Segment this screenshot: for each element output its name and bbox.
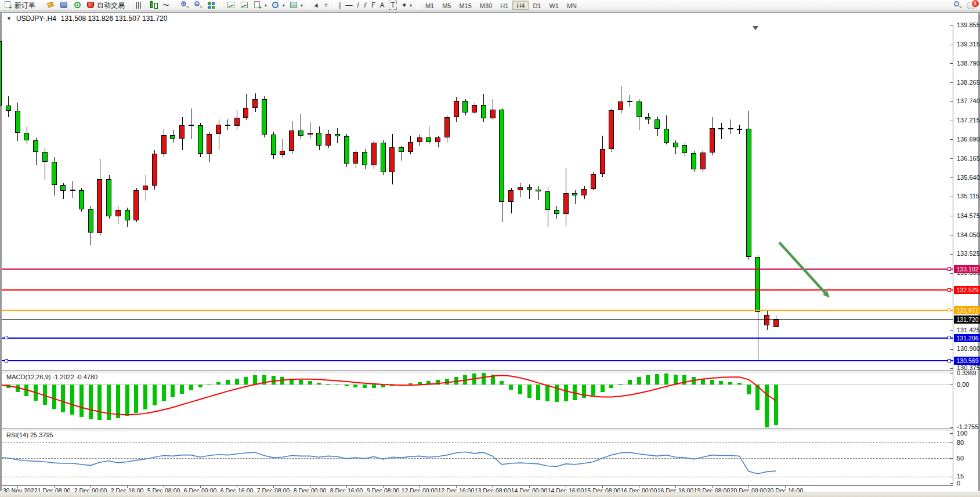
macd-histogram-bar <box>89 384 93 419</box>
candle-chart-icon <box>149 1 158 9</box>
chart-window: ▼ USDJPY-,H4 131.508 131.826 131.507 131… <box>0 12 980 491</box>
macd-histogram-bar <box>482 373 486 384</box>
toolbar-separator <box>130 1 131 9</box>
price-axis-label: 138.265 <box>957 79 980 86</box>
label-tool[interactable]: T <box>387 1 398 10</box>
timeframe-button-MN[interactable]: MN <box>563 1 581 10</box>
trend-arrow[interactable] <box>779 242 826 293</box>
line-chart-button[interactable]: 〜 <box>161 1 171 10</box>
price-axis-label: 136.165 <box>957 155 980 162</box>
candle-down <box>499 110 504 202</box>
timeframe-button-H4[interactable]: H4 <box>512 1 529 10</box>
macd-axis-tick <box>950 384 953 385</box>
search-button[interactable] <box>952 1 964 10</box>
trendline-tool[interactable]: / <box>355 1 360 10</box>
hline-handle[interactable] <box>5 359 8 362</box>
macd-histogram-bar <box>454 377 458 384</box>
timeframe-button-M5[interactable]: M5 <box>438 1 455 10</box>
rsi-pane-separator[interactable] <box>2 428 953 430</box>
timeframe-button-W1[interactable]: W1 <box>545 1 563 10</box>
zoom-out-button[interactable]: − <box>192 1 204 10</box>
price-axis-label: 139.855 <box>957 21 980 28</box>
macd-histogram-bar <box>555 384 559 402</box>
text-tool[interactable]: A <box>378 1 386 10</box>
candle-down <box>106 179 111 216</box>
toolbar-separator <box>41 1 41 9</box>
macd-pane-separator[interactable] <box>2 370 953 372</box>
rsi-axis-tick <box>950 433 953 434</box>
timeframe-button-D1[interactable]: D1 <box>529 1 545 10</box>
fibonacci-tool[interactable]: F <box>370 1 377 10</box>
horizontal-level-line[interactable] <box>2 310 953 311</box>
candle-down <box>746 129 751 257</box>
new-order-button[interactable]: + 新订单 <box>2 1 37 10</box>
price-axis-label: 135.640 <box>957 174 980 181</box>
arrows-tool[interactable]: ✦▾ <box>400 1 414 10</box>
macd-axis-label: 0.3369 <box>957 369 977 376</box>
price-axis-tick <box>950 177 953 178</box>
period-button[interactable]: ▾ <box>270 1 287 10</box>
zoom-in-button[interactable]: + <box>179 1 191 10</box>
text-icon: A <box>379 1 384 9</box>
candle-wick <box>721 123 722 139</box>
crosshair-tool-button[interactable]: + <box>322 1 330 10</box>
candle-doji <box>728 128 733 129</box>
chart-shift-marker[interactable] <box>753 26 758 30</box>
candle-up <box>444 117 450 137</box>
market-watch-button[interactable] <box>58 1 70 10</box>
macd-histogram-bar <box>463 375 467 384</box>
macd-axis-tick <box>950 373 953 373</box>
horizontal-level-line[interactable] <box>2 269 953 270</box>
add-chart-icon: + <box>254 1 262 9</box>
macd-histogram-bar <box>591 384 595 396</box>
candle-up <box>179 125 185 139</box>
hline-handle[interactable] <box>948 336 951 339</box>
rsi-level-line <box>2 458 953 459</box>
timeframe-button-M1[interactable]: M1 <box>421 1 438 10</box>
candle-wick <box>538 186 539 200</box>
horizontal-level-line[interactable] <box>2 360 953 361</box>
macd-histogram-bar <box>171 384 175 397</box>
macd-histogram-bar <box>299 380 303 384</box>
candle-down <box>24 133 29 141</box>
template-button[interactable]: ▾ <box>288 1 305 10</box>
macd-axis-tick <box>950 427 953 428</box>
horizontal-level-line[interactable] <box>2 319 953 320</box>
zoom-out-icon: − <box>194 1 202 9</box>
hline-handle[interactable] <box>948 267 951 271</box>
timeframe-button-M15[interactable]: M15 <box>455 1 475 10</box>
hline-handle[interactable] <box>948 359 951 362</box>
cursor-icon: ➤ <box>312 1 321 9</box>
hline-handle[interactable] <box>948 288 951 292</box>
price-axis-tick <box>950 349 953 350</box>
hline-handle[interactable] <box>948 308 951 311</box>
candle-down <box>262 99 267 135</box>
bar-chart-button[interactable] <box>134 1 146 10</box>
auto-trading-button[interactable]: 自动交易 <box>85 1 126 10</box>
candle-up <box>508 190 513 202</box>
styler-button[interactable] <box>45 1 57 10</box>
trend-arrow-head <box>823 291 830 298</box>
cursor-tool-button[interactable]: ➤ <box>312 1 321 10</box>
timeframe-button-M30[interactable]: M30 <box>476 1 496 10</box>
horizontal-line-tool[interactable]: — <box>343 1 354 10</box>
hline-handle[interactable] <box>5 336 8 339</box>
candle-up <box>326 134 331 146</box>
macd-histogram-bar <box>180 384 184 394</box>
tile-windows-button[interactable] <box>205 1 218 10</box>
add-chart-button[interactable]: +▾ <box>252 1 269 10</box>
signals-button[interactable] <box>71 1 84 10</box>
indicators-button[interactable] <box>225 1 237 10</box>
indicators-list-button[interactable] <box>238 1 251 10</box>
macd-histogram-bar <box>134 384 138 413</box>
vertical-line-tool[interactable]: | <box>337 1 342 10</box>
candle-chart-button[interactable] <box>147 1 160 10</box>
horizontal-level-line[interactable] <box>2 289 953 291</box>
chart-plot-area[interactable]: 139.855139.315138.790138.265137.740137.2… <box>2 13 980 497</box>
channel-tool[interactable]: ⫽ <box>362 1 368 10</box>
horizontal-level-line[interactable] <box>2 338 953 339</box>
notifications-button[interactable]: 1 <box>965 1 978 10</box>
candle-up <box>618 101 623 110</box>
macd-label: MACD(12,26,9) -1.2022 -0.4780 <box>6 373 97 380</box>
timeframe-button-H1[interactable]: H1 <box>496 1 512 10</box>
